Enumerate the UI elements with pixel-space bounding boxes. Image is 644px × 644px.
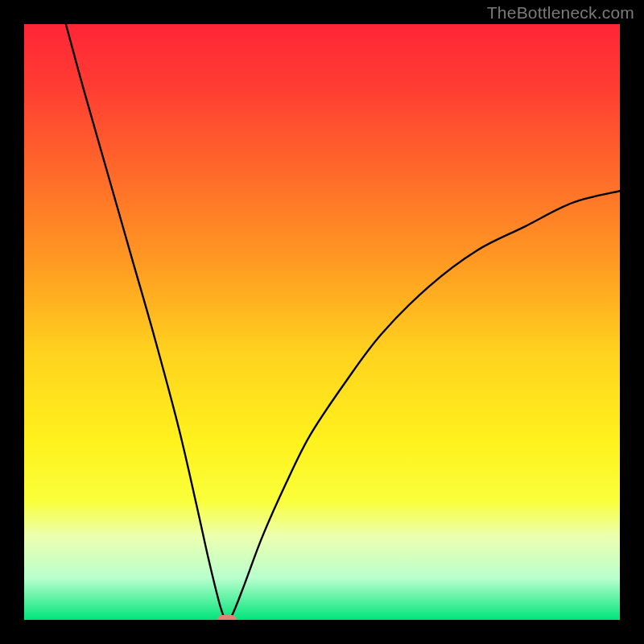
optimal-point-marker: [217, 615, 237, 620]
chart-frame: TheBottleneck.com: [0, 0, 644, 644]
bottleneck-curve: [24, 24, 620, 620]
watermark-text: TheBottleneck.com: [487, 3, 634, 23]
plot-area: [24, 24, 620, 620]
